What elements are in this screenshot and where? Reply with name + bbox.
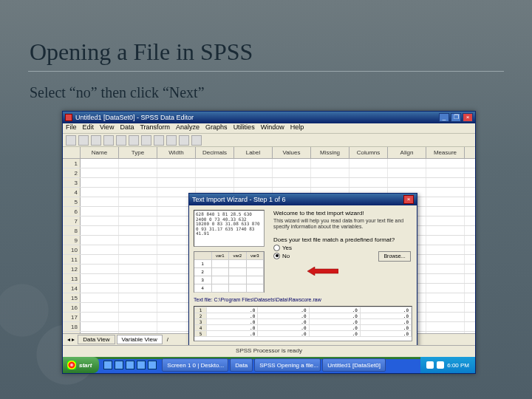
value-icon[interactable] (191, 135, 202, 146)
wizard-intro: This wizard will help you read data from… (273, 218, 412, 231)
col-measure[interactable]: Measure (426, 147, 465, 158)
maximize-button[interactable]: ❐ (451, 113, 461, 122)
task-item[interactable]: SPSS Opening a file... (254, 358, 321, 372)
format-grid-preview: var1 var2 var3 1 2 3 4 (194, 251, 265, 293)
quicklaunch-icon[interactable] (126, 361, 134, 369)
start-button[interactable]: start (63, 357, 99, 373)
minimize-button[interactable]: _ (439, 113, 449, 122)
window-titlebar[interactable]: Untitled1 [DataSet0] - SPSS Data Editor … (63, 112, 475, 123)
quicklaunch-icon[interactable] (137, 361, 146, 369)
task-item[interactable]: Untitled1 [DataSet0] (322, 358, 386, 372)
col-align[interactable]: Align (388, 147, 426, 158)
menu-view[interactable]: View (100, 123, 114, 133)
dialog-titlebar[interactable]: Text Import Wizard - Step 1 of 6 × (189, 194, 417, 205)
browse-button[interactable]: Browse... (378, 251, 411, 262)
status-bar: SPSS Processor is ready (63, 345, 475, 355)
tray-icon[interactable] (426, 361, 434, 369)
title-rule (28, 71, 504, 72)
text-import-wizard: Text Import Wizard - Step 1 of 6 × 628 8… (188, 193, 417, 345)
table-row[interactable]: 3 (63, 178, 475, 188)
chart-icon[interactable] (154, 135, 164, 146)
slide-title: Opening a File in SPSS (30, 38, 253, 66)
col-decimals[interactable]: Decimals (196, 147, 234, 158)
data-preview[interactable]: 1.0.0.0.02.0.0.0.03.0.0.0.04.0.0.0.05.0.… (194, 306, 412, 341)
find-icon[interactable] (141, 135, 151, 146)
radio-yes[interactable] (273, 245, 280, 251)
radio-yes-label: Yes (282, 245, 292, 251)
menu-transform[interactable]: Transform (140, 123, 170, 133)
menubar: File Edit View Data Transform Analyze Gr… (63, 123, 475, 134)
data-grid[interactable]: Name Type Width Decimals Label Values Mi… (63, 147, 475, 345)
toolbar (63, 134, 475, 147)
menu-graphs[interactable]: Graphs (205, 123, 228, 133)
wizard-welcome: Welcome to the text import wizard! (273, 210, 412, 216)
weight-icon[interactable] (166, 135, 177, 146)
slide-subtitle: Select “no” then click “Next” (30, 84, 205, 101)
menu-window[interactable]: Window (261, 123, 284, 133)
status-text: SPSS Processor is ready (236, 347, 302, 354)
menu-utilities[interactable]: Utilities (233, 123, 255, 133)
col-type[interactable]: Type (119, 147, 157, 158)
radio-no[interactable] (273, 253, 280, 259)
col-columns[interactable]: Columns (349, 147, 388, 158)
col-values[interactable]: Values (273, 147, 311, 158)
menu-edit[interactable]: Edit (83, 123, 95, 133)
windows-taskbar: start Screen 1 0 | Deskto... Data SPSS O… (63, 357, 475, 373)
col-label[interactable]: Label (234, 147, 273, 158)
undo-icon[interactable] (103, 135, 114, 146)
system-tray[interactable]: 6:00 PM (420, 357, 475, 373)
select-icon[interactable] (179, 135, 189, 146)
svg-marker-0 (307, 267, 338, 276)
close-button[interactable]: × (463, 113, 473, 122)
task-item[interactable]: Screen 1 0 | Deskto... (162, 358, 228, 372)
menu-analyze[interactable]: Analyze (176, 123, 200, 133)
tab-variable-view[interactable]: Variable View (117, 335, 163, 344)
col-missing[interactable]: Missing (311, 147, 349, 158)
print-icon[interactable] (91, 135, 101, 146)
open-icon[interactable] (66, 135, 76, 146)
tray-icon[interactable] (437, 361, 444, 369)
dialog-title: Text Import Wizard - Step 1 of 6 (192, 196, 286, 203)
app-icon (65, 114, 72, 121)
clock: 6:00 PM (447, 362, 469, 369)
redo-icon[interactable] (116, 135, 126, 146)
format-question: Does your text file match a predefined f… (273, 236, 412, 243)
red-arrow-annotation (307, 267, 338, 276)
task-item[interactable]: Data (230, 358, 253, 372)
col-name[interactable]: Name (81, 147, 119, 158)
col-width[interactable]: Width (157, 147, 196, 158)
text-file-path: Text file: C:\Program Files\Datasets\Dat… (194, 297, 321, 302)
radio-no-label: No (282, 253, 290, 259)
window-title: Untitled1 [DataSet0] - SPSS Data Editor (75, 114, 194, 121)
quicklaunch-icon[interactable] (103, 361, 112, 369)
dialog-close-button[interactable]: × (403, 195, 414, 204)
table-row[interactable]: 2 (63, 168, 475, 178)
menu-data[interactable]: Data (120, 123, 134, 133)
quicklaunch-icon[interactable] (148, 361, 157, 369)
goto-icon[interactable] (129, 135, 139, 146)
radio-yes-row[interactable]: Yes (273, 245, 412, 251)
quicklaunch-icon[interactable] (115, 361, 123, 369)
save-icon[interactable] (78, 135, 89, 146)
table-row[interactable]: 1 (63, 159, 475, 168)
tab-data-view[interactable]: Data View (78, 335, 115, 344)
sample-text-preview: 628 840 1 81 28.5 630 2400 0 73 40.33 63… (194, 210, 265, 247)
menu-file[interactable]: File (66, 123, 77, 133)
menu-help[interactable]: Help (290, 123, 304, 133)
spss-window: Untitled1 [DataSet0] - SPSS Data Editor … (62, 111, 476, 374)
